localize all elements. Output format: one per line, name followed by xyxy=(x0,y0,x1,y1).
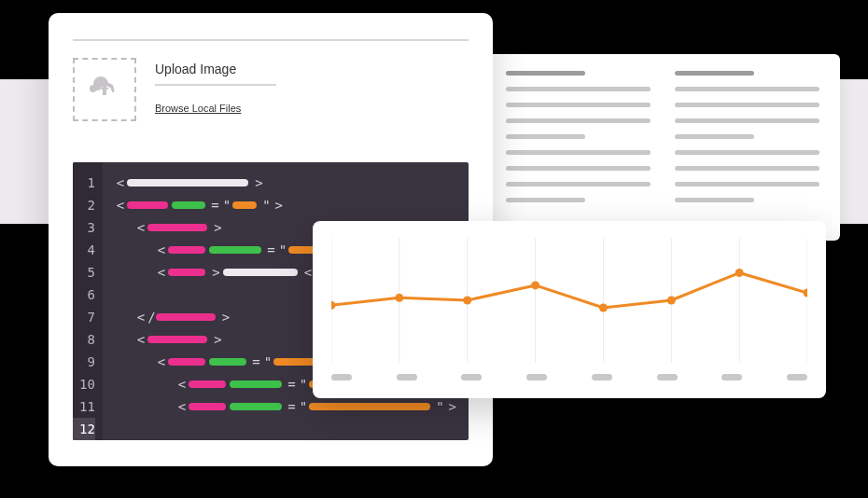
text-placeholder-line xyxy=(506,198,585,202)
line-number: 8 xyxy=(73,328,95,351)
line-number: 4 xyxy=(73,239,95,261)
text-placeholder-line xyxy=(675,198,754,202)
code-line: <=""> xyxy=(175,395,459,418)
chart-point xyxy=(735,269,744,277)
chart-line xyxy=(331,273,807,309)
code-line: <> xyxy=(114,172,459,194)
chart-point xyxy=(463,297,471,305)
line-number: 11 xyxy=(73,395,95,418)
line-number: 3 xyxy=(73,216,95,239)
browse-files-link[interactable]: Browse Local Files xyxy=(155,103,241,114)
line-number: 2 xyxy=(73,194,95,216)
text-placeholder-line xyxy=(506,166,651,171)
text-placeholder-line xyxy=(675,87,819,91)
line-number: 5 xyxy=(73,261,95,284)
line-number: 10 xyxy=(73,373,95,395)
chart-point xyxy=(667,297,676,305)
text-placeholder-line xyxy=(506,182,651,187)
text-placeholder-line xyxy=(675,182,819,187)
chart-point xyxy=(395,294,403,302)
line-number: 6 xyxy=(73,284,95,306)
text-placeholder-line xyxy=(506,150,651,155)
chart-x-tick xyxy=(787,374,807,380)
chart-x-tick xyxy=(397,374,417,380)
text-placeholder-line xyxy=(675,150,819,155)
text-placeholder-line xyxy=(675,103,819,107)
upload-dropzone[interactable] xyxy=(73,58,136,121)
chart-x-tick xyxy=(331,374,352,380)
line-number: 9 xyxy=(73,351,95,373)
line-number: 1 xyxy=(73,172,95,194)
text-placeholder-line xyxy=(675,134,754,139)
chart-point xyxy=(599,304,608,312)
cloud-upload-icon xyxy=(88,76,121,104)
upload-separator xyxy=(155,84,276,86)
text-placeholder-line xyxy=(506,71,585,76)
chart-card xyxy=(313,221,826,398)
upload-title: Upload Image xyxy=(155,62,276,76)
chart-x-tick xyxy=(657,374,678,380)
line-number: 7 xyxy=(73,306,95,328)
chart-x-axis xyxy=(331,374,807,385)
chart-x-tick xyxy=(721,374,742,380)
chart-x-tick xyxy=(526,374,547,380)
text-placeholder-card xyxy=(485,54,840,241)
chart-x-tick xyxy=(592,374,612,380)
text-placeholder-line xyxy=(675,118,819,123)
chart-x-tick xyxy=(461,374,482,380)
chart-point xyxy=(331,301,336,310)
line-number: 12 xyxy=(73,418,95,440)
header-divider xyxy=(73,39,469,41)
text-placeholder-line xyxy=(506,87,651,91)
text-placeholder-line xyxy=(506,118,651,123)
chart-point xyxy=(804,288,808,297)
editor-gutter: 123456789101112 xyxy=(73,162,103,440)
text-placeholder-line xyxy=(506,134,585,139)
chart-plot-area xyxy=(331,238,807,363)
text-placeholder-line xyxy=(506,103,651,107)
text-placeholder-line xyxy=(675,71,754,76)
code-line xyxy=(114,418,459,440)
chart-point xyxy=(531,281,539,289)
code-line: <=""> xyxy=(114,194,459,216)
text-placeholder-line xyxy=(675,166,819,171)
